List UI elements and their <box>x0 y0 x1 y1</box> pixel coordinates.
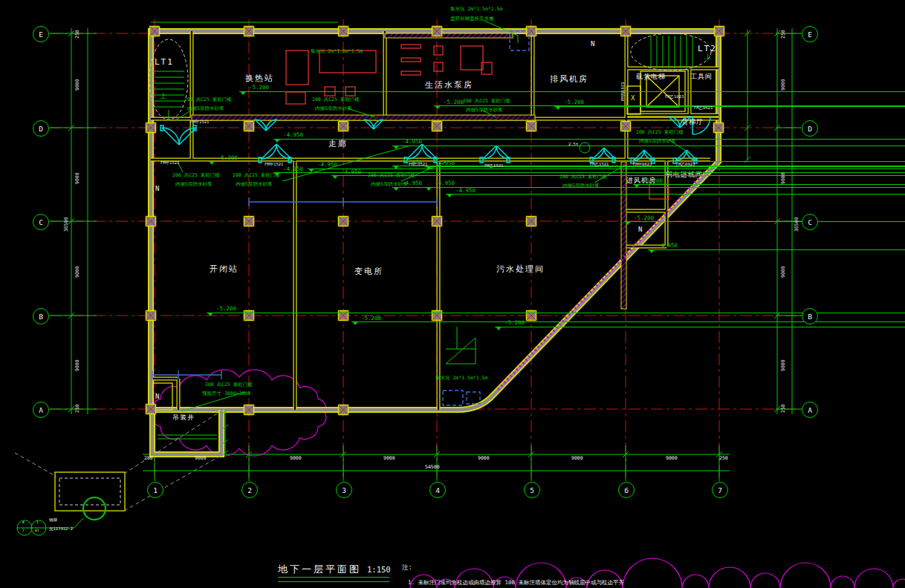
sump-note-top-1: 集水坑 2m*1.5m*1.5m <box>450 7 502 12</box>
dim-right-5: 250 <box>781 404 786 413</box>
threshold-4a: 200 高C25 素砼门槛 <box>172 173 220 178</box>
shaft-label-n-2: N <box>591 41 595 48</box>
dim-bottom-6: 9000 <box>666 456 678 461</box>
door-tag-9: FM乙0621 <box>694 106 713 111</box>
door-tag-1: FM甲1521 <box>160 161 179 166</box>
room-label-freight-elevator: 载货电梯 <box>636 74 666 80</box>
hoist-capacity: 2.5t <box>568 143 578 147</box>
door-tag-6: FM甲0623 <box>633 163 652 167</box>
door-tag-7: FM乙0923 <box>676 163 695 167</box>
threshold-4b: 内侧5厚防水砂浆 <box>175 182 212 187</box>
callout-2-bottom: 41 <box>35 529 39 533</box>
room-label-freight-hall: 货梯厅 <box>681 119 704 125</box>
grid-bubble-col-6: 6 <box>618 482 635 498</box>
elev-mark-4: -4.950 <box>331 169 905 177</box>
grid-bubble-col-1: 1 <box>147 482 163 498</box>
threshold-6a: 200 高C25 素砼门槛 <box>368 173 415 178</box>
dim-left-total: 36500 <box>64 217 69 232</box>
drawing-title: 地下一层平面图 <box>278 564 361 574</box>
door-tag-3: FM乙1521 <box>409 163 427 167</box>
door-tag-2: FM甲1521 <box>265 163 283 167</box>
threshold-8a: 200 高C25 素砼门槛 <box>636 130 684 135</box>
dim-right-4: 9000 <box>781 359 786 371</box>
threshold-3b: 内侧5厚防水砂浆 <box>466 108 502 113</box>
door-tag-5: FM乙1521 <box>590 163 609 167</box>
stair-label-lt1: LT1 <box>155 58 174 66</box>
threshold-5a: 200 高C25 素砼门槛 <box>233 173 280 178</box>
sump-note-heat: 集水坑 2m*1.5m*1.5m <box>311 49 363 54</box>
room-label-hoist-well: 吊装井 <box>172 414 195 421</box>
elev-mark-10: -4.950 <box>446 188 905 195</box>
title-underline <box>278 577 389 582</box>
callout-1-top: A <box>22 521 25 525</box>
room-elev-heat-exchange: -5.200 <box>239 85 905 92</box>
sump-note-sewage: 集水坑 2m*1.5m*1.5m <box>435 376 487 381</box>
threshold-3a: 200 高C25 素砼门槛 <box>463 99 510 104</box>
grid-bubble-row-E-right: E <box>802 26 818 42</box>
grid-bubble-row-B-right: B <box>802 308 818 324</box>
grid-bubble-col-7: 7 <box>712 482 728 498</box>
door-tag-4: FM乙1521 <box>484 164 503 169</box>
dim-bottom-3: 9000 <box>383 456 395 461</box>
room-elev-exhaust-fan: -5.200 <box>554 99 905 107</box>
grid-bubble-row-D-right: D <box>802 120 818 137</box>
grid-bubble-col-3: 3 <box>336 482 352 498</box>
dim-left-0: 250 <box>75 30 80 39</box>
sump-note-top-2: 盖双层钢盖板见水施 <box>450 16 494 22</box>
stair-up-lt1: 上 <box>160 93 167 99</box>
dim-left-3: 9000 <box>75 266 80 278</box>
door-tag-8: FM乙1023 <box>665 95 684 99</box>
grid-bubble-row-D-left: D <box>33 120 49 137</box>
door-tag-11: FM甲1521 <box>190 120 209 125</box>
notes-label: 注: <box>402 564 412 571</box>
dim-bottom-4: 9000 <box>478 456 490 461</box>
dim-bottom-5: 9000 <box>571 456 583 461</box>
grid-bubble-row-C-left: C <box>33 214 49 230</box>
grid-bubble-col-2: 2 <box>241 482 258 498</box>
shaft-label-x: X <box>631 95 635 102</box>
room-elev-air-intake: -5.200 <box>624 215 905 223</box>
stair-up-lt2: 上 <box>704 53 712 60</box>
room-label-heat-exchange: 换热站 <box>245 74 274 82</box>
room-elev-sewage: -5.200 <box>495 320 905 327</box>
grid-bubble-col-5: 5 <box>524 482 540 498</box>
threshold-7a: 200 高C25 素砼门槛 <box>559 174 607 180</box>
dim-bottom-1: 9000 <box>195 456 207 461</box>
ladder-note-1: 钢梯 <box>49 518 57 523</box>
dim-right-3: 9000 <box>781 266 786 278</box>
room-elev-switch-station: -5.200 <box>207 306 905 313</box>
threshold-9b: 预留尺寸 3000×3000 <box>202 391 250 396</box>
threshold-7b: 内侧5厚防水砂浆 <box>562 183 599 189</box>
threshold-1a: 200 高C25 素砼门槛 <box>184 97 232 102</box>
threshold-1b: 内侧5厚防水砂浆 <box>187 106 224 111</box>
threshold-2a: 200 高C25 素砼门槛 <box>312 97 360 102</box>
drawing-scale: 1:150 <box>367 566 391 574</box>
ladder-note-2: 见12J912-2 <box>49 527 73 532</box>
threshold-2b: 内侧5厚防水砂浆 <box>315 106 351 111</box>
room-label-sewage: 污水处理间 <box>496 265 545 273</box>
room-label-switch-station: 开闭站 <box>210 265 239 273</box>
dim-left-5: 250 <box>75 404 80 413</box>
threshold-9a: 200 高C25 素砼门槛 <box>205 382 253 388</box>
threshold-6b: 内侧5厚防水砂浆 <box>371 182 407 187</box>
grid-bubble-row-A-right: A <box>802 402 818 418</box>
callout-2-top: 1 <box>36 521 39 525</box>
grid-bubble-row-B-left: B <box>33 308 49 324</box>
stair-label-lt2: LT2 <box>698 45 717 53</box>
dim-left-1: 9000 <box>75 79 80 91</box>
room-elev-air-intake-pit: -4.950 <box>648 243 905 250</box>
callout-1-bottom: 7 <box>22 529 25 533</box>
room-label-corridor: 走廊 <box>328 140 348 148</box>
dim-bottom-total: 54500 <box>425 465 440 470</box>
grid-bubble-col-4: 4 <box>429 482 446 498</box>
note-line-1: 1. 未标注门垛均为柱边或由墙边推算 100 未标注墙体定位均为轴线居中或与柱边… <box>408 580 624 586</box>
room-label-substation: 变电所 <box>354 267 383 275</box>
dim-right-1: 9000 <box>781 79 786 91</box>
cad-drawing-viewport: 地下一层平面图 1:150 注: 1. 未标注门垛均为柱边或由墙边推算 100 … <box>0 0 905 588</box>
dim-left-2: 9000 <box>75 172 80 184</box>
room-label-tool-room: 工具间 <box>690 74 713 80</box>
dim-right-2: 9000 <box>781 172 786 184</box>
dim-bottom-7: 250 <box>719 456 728 461</box>
dim-right-total: 36500 <box>794 217 799 232</box>
threshold-5b: 内侧5厚防水砂浆 <box>236 182 272 187</box>
